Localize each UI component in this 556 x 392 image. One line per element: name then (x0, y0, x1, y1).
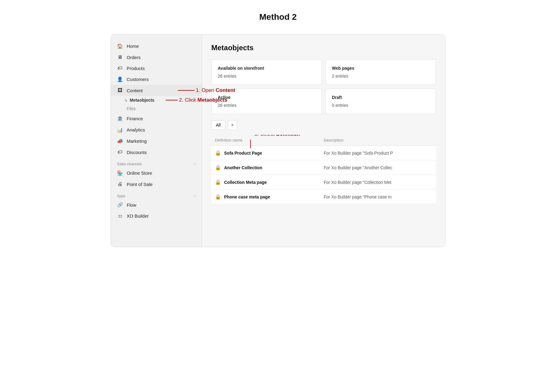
main-title: Metaobjects (211, 44, 436, 52)
annotation-step1: 1. Open Content (178, 87, 235, 93)
products-icon: 🏷 (117, 65, 123, 71)
table: Definition name 3. Select Definition Des… (211, 135, 436, 204)
table-col-description: Description (324, 138, 432, 142)
discounts-icon: 🏷 (117, 149, 123, 155)
table-row-desc-3: For Xo Builder page "Phone case m (324, 194, 432, 199)
content-icon: 🖼 (117, 88, 123, 93)
card-web-pages-value: 2 entries (332, 74, 430, 79)
finance-icon: 🏦 (117, 116, 123, 121)
sidebar-item-discounts-label: Discounts (127, 150, 147, 155)
sales-channels-label: Sales channels (117, 162, 142, 166)
annotation-line-1 (178, 90, 195, 91)
sidebar-item-flow[interactable]: 🔗 Flow (111, 199, 202, 210)
sales-channels-section: Sales channels › (111, 158, 202, 167)
home-icon: 🏠 (117, 43, 123, 49)
card-web-pages: Web pages 2 entries (326, 59, 436, 85)
sidebar-item-point-of-sale[interactable]: 🖨 Point of Sale (111, 179, 202, 190)
sidebar-item-xo-builder[interactable]: ⚏ XO Builder (111, 210, 202, 221)
ui-container: 🏠 Home 🖥 Orders 🏷 Products 👤 Customers 🖼… (111, 34, 445, 247)
table-row[interactable]: 🔒 Sofa Product Page For Xo Builder page … (211, 146, 436, 160)
table-header: Definition name 3. Select Definition Des… (211, 135, 436, 146)
apps-chevron: › (195, 194, 196, 198)
sidebar-item-customers-label: Customers (127, 77, 149, 82)
sub-arrow-icon: ↳ (124, 98, 128, 103)
table-row-desc-1: For Xo Builder page "Another Collec (324, 165, 432, 170)
point-of-sale-icon: 🖨 (117, 181, 123, 187)
sidebar-item-marketing[interactable]: 📣 Marketing (111, 135, 202, 147)
sidebar-item-xo-builder-label: XO Builder (127, 213, 149, 219)
sidebar-item-analytics-label: Analytics (127, 127, 145, 132)
table-row-desc-2: For Xo Builder page "Collection Met (324, 180, 432, 185)
cards-grid-row1: Available on storefront 26 entries Web p… (211, 59, 436, 85)
table-row[interactable]: 🔒 Another Collection For Xo Builder page… (211, 160, 436, 175)
tabs-row: All + (211, 120, 436, 130)
table-row-name-2: 🔒 Collection Meta page (215, 179, 324, 185)
row-icon-3: 🔒 (215, 194, 221, 200)
card-available-storefront-title: Available on storefront (218, 66, 315, 71)
xo-builder-icon: ⚏ (117, 213, 123, 219)
row-icon-1: 🔒 (215, 165, 221, 170)
sidebar-item-content-label: Content (127, 88, 143, 93)
row-icon-0: 🔒 (215, 150, 221, 156)
sidebar-item-flow-label: Flow (127, 202, 136, 208)
annotation-step1-text: 1. Open Content (196, 87, 235, 93)
card-available-storefront: Available on storefront 26 entries (211, 59, 322, 85)
sidebar-item-files[interactable]: Files (111, 104, 202, 113)
annotation-line-2 (166, 100, 178, 100)
sidebar-item-analytics[interactable]: 📊 Analytics (111, 124, 202, 135)
sidebar-item-home-label: Home (127, 44, 139, 49)
card-draft-title: Draft (332, 95, 430, 100)
sidebar-item-orders-label: Orders (127, 55, 141, 60)
table-row[interactable]: 🔒 Collection Meta page For Xo Builder pa… (211, 175, 436, 190)
sidebar-item-metaobjects[interactable]: ↳ Metaobjects 2. Click Metaobjects (111, 96, 202, 104)
table-row-name-3: 🔒 Phone case meta page (215, 194, 324, 200)
card-web-pages-title: Web pages (332, 66, 430, 71)
annotation-step3-text: 3. Select Definition (255, 135, 300, 137)
card-draft: Draft 0 entries (326, 89, 436, 114)
sidebar-item-finance[interactable]: 🏦 Finance (111, 113, 202, 124)
sidebar-item-point-of-sale-label: Point of Sale (127, 182, 153, 187)
row-icon-2: 🔒 (215, 179, 221, 185)
card-available-storefront-value: 26 entries (218, 74, 315, 79)
sidebar-item-files-label: Files (127, 106, 136, 111)
table-row-name-1: 🔒 Another Collection (215, 165, 324, 170)
sidebar-item-discounts[interactable]: 🏷 Discounts (111, 147, 202, 158)
cards-grid-row2: Active 26 entries Draft 0 entries (211, 89, 436, 114)
analytics-icon: 📊 (117, 127, 123, 133)
online-store-icon: 🏪 (117, 170, 123, 176)
sidebar-item-home[interactable]: 🏠 Home (111, 40, 202, 52)
sidebar: 🏠 Home 🖥 Orders 🏷 Products 👤 Customers 🖼… (111, 34, 202, 247)
sidebar-item-orders[interactable]: 🖥 Orders (111, 52, 202, 63)
orders-icon: 🖥 (117, 54, 123, 60)
annotation-step3: 3. Select Definition (255, 135, 300, 137)
sidebar-item-products-label: Products (127, 66, 145, 71)
tab-add[interactable]: + (228, 120, 237, 130)
tab-all[interactable]: All (211, 121, 225, 130)
apps-label: Apps (117, 194, 125, 198)
table-row-desc-0: For Xo Builder page "Sofa Product P (324, 151, 432, 156)
sidebar-item-customers[interactable]: 👤 Customers (111, 74, 202, 85)
customers-icon: 👤 (117, 76, 123, 82)
table-row[interactable]: 🔒 Phone case meta page For Xo Builder pa… (211, 190, 436, 204)
card-active-title: Active (218, 95, 315, 100)
table-col-definition: Definition name 3. Select Definition (215, 138, 324, 142)
page-title: Method 2 (259, 12, 297, 22)
main-content: Metaobjects Available on storefront 26 e… (202, 34, 445, 247)
annotation-step2-text: 2. Click Metaobjects (179, 97, 227, 103)
sidebar-item-metaobjects-label: Metaobjects (130, 98, 154, 103)
marketing-icon: 📣 (117, 138, 123, 144)
sidebar-item-marketing-label: Marketing (127, 138, 147, 144)
annotation-step2: 2. Click Metaobjects (166, 97, 227, 103)
flow-icon: 🔗 (117, 202, 123, 208)
table-row-name-0: 🔒 Sofa Product Page (215, 150, 324, 156)
sales-channels-chevron: › (195, 162, 196, 166)
sidebar-item-content[interactable]: 🖼 Content 1. Open Content (111, 85, 202, 96)
apps-section: Apps › (111, 190, 202, 199)
annotation-arrow-down (250, 140, 251, 148)
sidebar-item-finance-label: Finance (127, 116, 143, 121)
card-active-value: 26 entries (218, 103, 315, 108)
card-draft-value: 0 entries (332, 103, 430, 108)
sidebar-item-online-store-label: Online Store (127, 170, 152, 176)
sidebar-item-products[interactable]: 🏷 Products (111, 63, 202, 74)
sidebar-item-online-store[interactable]: 🏪 Online Store (111, 167, 202, 179)
